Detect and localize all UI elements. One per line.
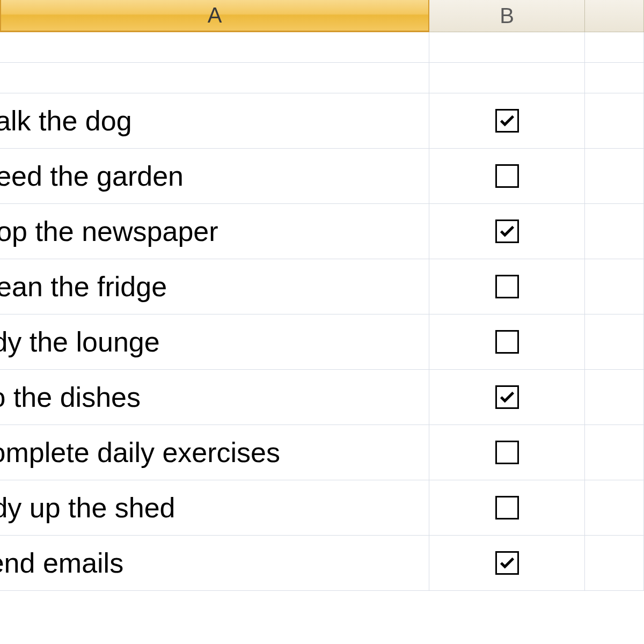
cell[interactable]: Do the dishes (0, 370, 429, 425)
checkbox[interactable] (495, 551, 519, 575)
cell[interactable]: Tidy up the shed (0, 480, 429, 535)
cell[interactable] (585, 480, 644, 535)
checkbox[interactable] (495, 219, 519, 243)
cell[interactable]: Stop the newspaper (0, 204, 429, 259)
cell[interactable] (585, 149, 644, 203)
column-header-a[interactable]: A (0, 0, 429, 32)
check-icon (498, 554, 516, 572)
checkbox[interactable] (495, 164, 519, 188)
table-row: Tidy the lounge (0, 314, 644, 370)
table-row: Weed the garden (0, 149, 644, 204)
rows-container: Walk the dog Weed the garden Stop the ne… (0, 32, 644, 591)
checkbox[interactable] (495, 109, 519, 133)
cell[interactable] (429, 259, 585, 314)
cell[interactable] (429, 480, 585, 535)
checkbox[interactable] (495, 496, 519, 519)
table-row: Walk the dog (0, 93, 644, 149)
table-row: Stop the newspaper (0, 204, 644, 259)
cell[interactable] (429, 32, 585, 62)
table-row (0, 32, 644, 63)
cell[interactable]: Send emails (0, 536, 429, 590)
check-icon (498, 112, 516, 130)
table-row: Do the dishes (0, 370, 644, 425)
cell[interactable] (585, 536, 644, 590)
cell[interactable] (429, 63, 585, 93)
cell[interactable] (429, 314, 585, 369)
spreadsheet: A B Walk the dog Weed the garden (0, 0, 644, 644)
checkbox[interactable] (495, 275, 519, 298)
cell[interactable] (585, 63, 644, 93)
check-icon (498, 388, 516, 406)
cell[interactable] (585, 93, 644, 148)
checkbox[interactable] (495, 385, 519, 409)
cell[interactable]: Tidy the lounge (0, 314, 429, 369)
table-row: Tidy up the shed (0, 480, 644, 536)
checkbox[interactable] (495, 441, 519, 464)
column-header-c[interactable] (585, 0, 644, 32)
table-row: Send emails (0, 536, 644, 591)
cell[interactable] (585, 32, 644, 62)
cell[interactable] (429, 149, 585, 203)
cell[interactable] (585, 370, 644, 425)
column-headers: A B (0, 0, 644, 32)
cell[interactable]: Complete daily exercises (0, 425, 429, 480)
check-icon (498, 222, 516, 240)
cell[interactable] (0, 63, 429, 93)
cell[interactable] (429, 370, 585, 425)
cell[interactable] (429, 425, 585, 480)
cell[interactable]: Weed the garden (0, 149, 429, 203)
cell[interactable] (585, 314, 644, 369)
cell[interactable] (585, 259, 644, 314)
cell[interactable] (585, 204, 644, 259)
table-row (0, 63, 644, 93)
cell[interactable] (585, 425, 644, 480)
table-row: Complete daily exercises (0, 425, 644, 480)
cell[interactable] (0, 32, 429, 62)
checkbox[interactable] (495, 330, 519, 354)
cell[interactable] (429, 536, 585, 590)
cell[interactable]: Walk the dog (0, 93, 429, 148)
cell[interactable]: Clean the fridge (0, 259, 429, 314)
cell[interactable] (429, 204, 585, 259)
table-row: Clean the fridge (0, 259, 644, 314)
cell[interactable] (429, 93, 585, 148)
column-header-b[interactable]: B (429, 0, 585, 32)
